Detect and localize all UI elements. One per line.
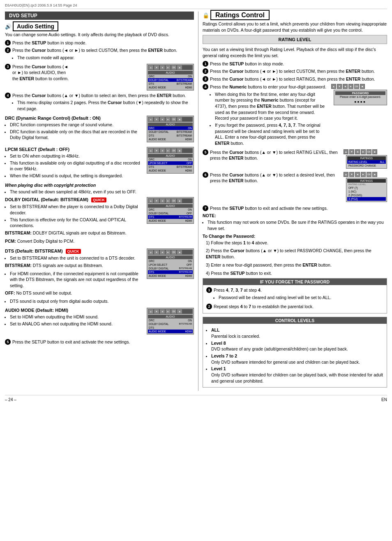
- as-nav-drc: ▲ ▼ ◄ ► OK ■: [148, 117, 193, 122]
- step-1-text: Press the SETUP button in stop mode.: [12, 40, 194, 46]
- cl-item-7to2: Levels 7 to 2Only DVD software intended …: [211, 353, 383, 365]
- audio-intro: You can change some Audio settings. It o…: [5, 32, 194, 38]
- step-4-bullet: This menu display contains 2 pages. Pres…: [17, 100, 194, 111]
- as-row-dolby: DOLBY DIGITALBITSTREAM: [148, 78, 193, 82]
- r-step-4-bullet-2: If you forget the password, press 4, 7, …: [215, 122, 329, 146]
- note-bullets: This function may not work on some DVDs.…: [203, 219, 387, 231]
- rating-level-intro: You can set a viewing limit through Rati…: [203, 46, 387, 58]
- column-divider: [198, 12, 198, 391]
- r-step-5: 5 Press the Cursor buttons (▲ or ▼) to s…: [203, 149, 341, 161]
- control-levels-body: ALLParental lock is canceled. Level 8DVD…: [203, 324, 387, 387]
- dolby-bitstream: BITSTREAM: DOLBY DIGITAL signals are out…: [5, 230, 194, 236]
- audio-screen-1: ▲ ▼ ◄ ► OK ■ AUDIO DRCON DOLBY DIGITALBI…: [147, 64, 194, 91]
- left-column: DVD SETUP 🔊 Audio Setting You can change…: [5, 12, 194, 391]
- fp-step-1-bullet: Password will be cleared and rating leve…: [219, 295, 383, 301]
- audio-screen-dolby: ▲ ▼ ◄ ► OK ■ AUDIO DRCON DOLBY DIGITALOF…: [147, 197, 194, 224]
- page-footer: – 24 – EN: [5, 395, 387, 402]
- rating-level-header: RATING LEVEL: [279, 37, 311, 42]
- r-step-7: 7 Press the SETUP button to exit and act…: [203, 205, 387, 211]
- ratings-screen-2: RATINGS RATING LEVEL OFF (7) 1 (NC) 2 (P…: [346, 178, 387, 202]
- r-step-5-wrapper: ▲ ▼ ◄ ► OK ■ RATINGS RATING LEVELALL PAS…: [203, 149, 387, 172]
- ratings-screen-2-wrapper: ▲ ▼ ◄ ► OK ■ RATINGS RATING LEVEL OFF (7…: [344, 172, 387, 204]
- change-password-section: To Change the Password: 1) Follow the st…: [203, 234, 387, 276]
- step-5-left-num: 5: [5, 339, 11, 345]
- change-password-title: To Change the Password:: [203, 234, 387, 239]
- step-5-left-text: Press the SETUP button to exit and activ…: [12, 339, 194, 345]
- ratings-title: Ratings Control: [210, 10, 270, 20]
- dts-section: ▲ ▼ ◄ ► OK ■ AUDIO DRCON LPCM SELECTOFF …: [5, 248, 194, 305]
- r-step-3-num: 3: [203, 76, 208, 82]
- fp-step-2-text: Repeat steps 4 to 7 to re-establish the …: [214, 304, 383, 310]
- as-row-dts: DTSBITSTREAM: [148, 82, 193, 86]
- r-step-5-text: Press the Cursor buttons (▲ or ▼) to sel…: [210, 149, 341, 161]
- cl-item-1: Level 1Only DVD software intended for ch…: [211, 366, 383, 384]
- note-title: NOTE:: [203, 213, 216, 218]
- fp-step-1-content: Press 4, 7, 3, 7 at step 4. Password wil…: [214, 287, 383, 302]
- step-3-wrapper: ▲ ▼ ◄ ► OK ■ AUDIO DRCON DOLBY DIGITALBI…: [5, 64, 194, 93]
- copyright-bullets: The sound will be down sampled at 48kHz,…: [5, 189, 194, 195]
- step-2-bullet: The custom mode will appear.: [17, 55, 194, 61]
- cp-step-1: 1) Follow the steps 1 to 4 above.: [206, 240, 387, 246]
- copyright-title: When playing disc with copyright protect…: [5, 183, 194, 188]
- r-step-4-content: Press the Numeric buttons to enter your …: [210, 84, 329, 148]
- step-1: 1 Press the SETUP button in stop mode.: [5, 40, 194, 46]
- r-step-6-text: Press the Cursor buttons (▲ or ▼) to sel…: [210, 172, 341, 184]
- nav-down: ▼: [154, 65, 159, 70]
- step-4-num: 4: [5, 93, 11, 98]
- r-step-7-num: 7: [203, 205, 208, 211]
- cp-step-3: 3) Enter a new four-digit password, then…: [206, 262, 387, 268]
- rating-level-box: RATING LEVEL: [203, 35, 387, 44]
- step-4: 4 Press the Cursor buttons (▲ or ▼) butt…: [5, 93, 194, 113]
- step-3-num: 3: [5, 64, 11, 70]
- ratings-title-wrapper: 🔒 Ratings Control: [203, 12, 387, 19]
- drc-section: ▲ ▼ ◄ ► OK ■ AUDIO DRCON DOLBY DIGITALBI…: [5, 116, 194, 144]
- ratings-screen-1-wrapper: ▲ ▼ ◄ ► OK ■ RATINGS RATING LEVELALL PAS…: [344, 149, 387, 170]
- note-bullet: This function may not work on some DVDs.…: [208, 219, 387, 231]
- audio-screen-dts: ▲ ▼ ◄ ► OK ■ AUDIO DRCON LPCM SELECTOFF …: [147, 248, 194, 279]
- fp-step-1: 1 Press 4, 7, 3, 7 at step 4. Password w…: [206, 287, 383, 302]
- r-step-1-num: 1: [203, 61, 208, 67]
- r-step-3: 3 Press the Cursor buttons (◄ or ►) to s…: [203, 76, 387, 82]
- password-screen-wrapper: ▲ ▼ ◄ ► OK ■ PASSWORD Please enter a 4-d…: [331, 84, 387, 107]
- dts-output-bullet: DTS sound is output only from digital au…: [10, 298, 194, 304]
- as-row-audio-mode: AUDIO MODEHDMI: [148, 86, 193, 89]
- control-levels-header: CONTROL LEVELS: [203, 317, 387, 324]
- step-4-content: Press the Cursor buttons (▲ or ▼) button…: [12, 93, 194, 113]
- r-step-1: 1 Press the SETUP button in stop mode.: [203, 61, 387, 67]
- control-levels-box: CONTROL LEVELS ALLParental lock is cance…: [203, 317, 387, 388]
- cl-item-8: Level 8DVD software of any grade (adult/…: [211, 340, 383, 352]
- ratings-screen-1: RATINGS RATING LEVELALL PASSWORD CHANGE: [346, 155, 387, 169]
- nav-right: ►: [166, 65, 171, 70]
- audio-setting-icon: 🔊: [5, 23, 12, 30]
- dolby-pcm: PCM: Convert Dolby Digital to PCM.: [5, 238, 194, 244]
- nav-stop: ■: [177, 65, 182, 70]
- forget-password-header: IF YOU FORGET THE PASSWORD: [203, 279, 387, 285]
- audio-screen-drc: ▲ ▼ ◄ ► OK ■ AUDIO DRCON DOLBY DIGITALBI…: [147, 116, 194, 142]
- audio-setting-title: Audio Setting: [13, 21, 58, 31]
- forget-password-box: IF YOU FORGET THE PASSWORD 1 Press 4, 7,…: [203, 278, 387, 313]
- step-2: 2 Press the Cursor buttons (◄ or ►) to s…: [5, 47, 194, 62]
- r-step-6-wrapper: ▲ ▼ ◄ ► OK ■ RATINGS RATING LEVEL OFF (7…: [203, 172, 387, 205]
- copyright-section: When playing disc with copyright protect…: [5, 183, 194, 195]
- step-2-content: Press the Cursor buttons (◄ or ►) to sel…: [12, 47, 194, 62]
- r-step-4-bullet-1: When doing this for the first time, ente…: [215, 91, 329, 121]
- dts-quick-badge: QUICK: [66, 249, 81, 254]
- dts-output-bullets: DTS sound is output only from digital au…: [5, 298, 194, 304]
- dolby-quick-badge: QUICK: [91, 197, 106, 202]
- page-wrapper: E6AH0UD(EN).qx3 2006.5.9 14:55 Page 24 D…: [0, 0, 392, 541]
- lpcm-section: ▲ ▼ ◄ ► OK ■ AUDIO DRCON LPCM SELECTOFF …: [5, 147, 194, 180]
- nav-up: ▲: [148, 65, 153, 70]
- r-step-2: 2 Press the Cursor buttons (◄ or ►) to s…: [203, 68, 387, 74]
- top-bar-left: E6AH0UD(EN).qx3 2006.5.9 14:55 Page 24: [5, 3, 77, 7]
- r-step-6: 6 Press the Cursor buttons (▲ or ▼) to s…: [203, 172, 341, 184]
- r-step-7-text: Press the SETUP button to exit and activ…: [210, 205, 387, 211]
- dts-off: OFF: No DTS sound will be output.: [5, 290, 194, 296]
- page-lang: EN: [381, 397, 387, 402]
- r-step-1-text: Press the SETUP button in stop mode.: [210, 61, 387, 67]
- r-step-4-num: 4: [203, 84, 208, 90]
- step-1-num: 1: [5, 40, 11, 46]
- step-2-num: 2: [5, 47, 11, 53]
- r-step-5-num: 5: [203, 149, 208, 155]
- top-bar: E6AH0UD(EN).qx3 2006.5.9 14:55 Page 24: [5, 3, 387, 9]
- forget-password-body: 1 Press 4, 7, 3, 7 at step 4. Password w…: [203, 285, 387, 313]
